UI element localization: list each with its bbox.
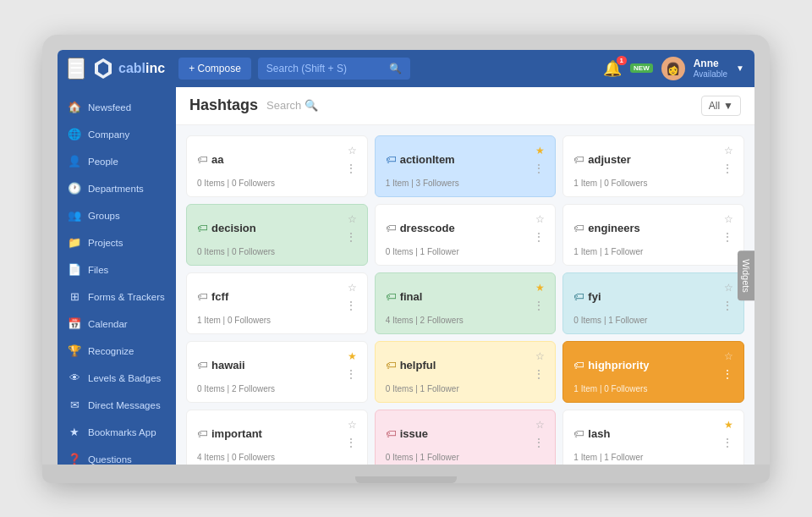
star-aa[interactable]: ☆ — [348, 145, 357, 157]
menu-lash[interactable]: ⋮ — [721, 436, 733, 449]
filter-dropdown[interactable]: All ▼ — [701, 96, 741, 116]
menu-helpful[interactable]: ⋮ — [533, 367, 545, 381]
notification-button[interactable]: 🔔 1 — [603, 59, 622, 78]
menu-actionitem[interactable]: ⋮ — [533, 162, 545, 175]
tag-icon-engineers: 🏷 — [573, 222, 584, 234]
sidebar-item-groups[interactable]: 👥 Groups — [58, 202, 176, 229]
menu-adjuster[interactable]: ⋮ — [721, 162, 733, 175]
menu-decision[interactable]: ⋮ — [345, 230, 357, 244]
tag-icon-highpriority: 🏷 — [573, 359, 584, 371]
sidebar-item-people[interactable]: 👤 People — [58, 148, 176, 175]
sidebar-label-company: Company — [88, 129, 129, 140]
sidebar-label-messages: Direct Messages — [88, 400, 161, 410]
tag-icon-hawaii: 🏷 — [197, 359, 208, 371]
tag-name-lash: lash — [588, 427, 610, 440]
tag-icon-actionitem: 🏷 — [386, 153, 397, 166]
star-issue[interactable]: ☆ — [535, 419, 545, 431]
sidebar-item-questions[interactable]: ❓ Questions — [58, 446, 176, 465]
menu-important[interactable]: ⋮ — [345, 436, 357, 449]
sidebar-item-files[interactable]: 📄 Files — [58, 256, 176, 283]
sidebar-item-messages[interactable]: ✉ Direct Messages — [58, 392, 176, 419]
card-right-important: ☆ ⋮ — [345, 419, 357, 449]
tag-name-final: final — [400, 290, 423, 303]
tag-meta-dresscode: 0 Items | 1 Follower — [386, 247, 546, 256]
recognize-icon: 🏆 — [68, 344, 81, 358]
laptop-base — [42, 465, 770, 483]
star-engineers[interactable]: ☆ — [724, 213, 733, 225]
user-menu-chevron[interactable]: ▼ — [736, 63, 744, 73]
menu-aa[interactable]: ⋮ — [345, 162, 357, 175]
menu-final[interactable]: ⋮ — [533, 299, 545, 312]
tag-meta-issue: 0 Items | 1 Follower — [386, 453, 546, 462]
sidebar-item-bookmarks[interactable]: ★ Bookmarks App — [58, 419, 176, 446]
tag-meta-engineers: 1 Item | 1 Follower — [573, 247, 733, 256]
card-right-fyi: ☆ ⋮ — [721, 282, 733, 312]
content-search[interactable]: Search 🔍 — [266, 99, 318, 112]
card-right-adjuster: ☆ ⋮ — [721, 145, 733, 175]
card-right-engineers: ☆ ⋮ — [721, 213, 733, 244]
tag-meta-fyi: 0 Items | 1 Follower — [573, 316, 733, 325]
card-right-lash: ★ ⋮ — [721, 419, 733, 449]
menu-dresscode[interactable]: ⋮ — [533, 230, 545, 244]
hashtag-card-fcff: 🏷 fcff ☆ ⋮ 1 Item | 0 Followers — [186, 272, 368, 334]
menu-issue[interactable]: ⋮ — [533, 436, 545, 449]
menu-highpriority[interactable]: ⋮ — [721, 367, 733, 381]
star-helpful[interactable]: ☆ — [535, 350, 545, 362]
tag-icon-issue: 🏷 — [386, 427, 397, 440]
hashtag-card-issue: 🏷 issue ☆ ⋮ 0 Items | 1 Follower — [375, 410, 557, 465]
laptop-screen: ☰ cablinc + Compose 🔍 🔔 1 — [58, 50, 754, 465]
star-hawaii[interactable]: ★ — [348, 350, 357, 362]
star-actionitem[interactable]: ★ — [535, 145, 545, 157]
hashtag-card-aa: 🏷 aa ☆ ⋮ 0 Items | 0 Followers — [186, 135, 368, 197]
search-bar[interactable]: 🔍 — [258, 58, 410, 80]
compose-button[interactable]: + Compose — [178, 58, 251, 80]
tag-icon-lash: 🏷 — [573, 427, 584, 440]
tag-name-hawaii: hawaii — [211, 359, 245, 371]
tag-name-dresscode: dresscode — [400, 222, 455, 234]
star-fyi[interactable]: ☆ — [724, 282, 733, 294]
tag-icon-decision: 🏷 — [197, 222, 208, 234]
user-status: Available — [694, 69, 727, 79]
sidebar-item-company[interactable]: 🌐 Company — [58, 121, 176, 148]
star-dresscode[interactable]: ☆ — [535, 213, 545, 225]
menu-engineers[interactable]: ⋮ — [721, 230, 733, 244]
sidebar: 🏠 Newsfeed 🌐 Company 👤 People 🕐 Departme… — [58, 87, 176, 465]
sidebar-item-forms[interactable]: ⊞ Forms & Trackers — [58, 283, 176, 311]
sidebar-item-departments[interactable]: 🕐 Departments — [58, 175, 176, 202]
sidebar-label-groups: Groups — [88, 211, 120, 221]
menu-fcff[interactable]: ⋮ — [345, 299, 357, 312]
messages-icon: ✉ — [68, 399, 81, 412]
search-input[interactable] — [266, 63, 384, 74]
sidebar-item-levels[interactable]: 👁 Levels & Badges — [58, 365, 176, 392]
tag-icon-fyi: 🏷 — [573, 290, 584, 303]
sidebar-item-recognize[interactable]: 🏆 Recognize — [58, 338, 176, 365]
tag-name-helpful: helpful — [400, 359, 436, 371]
filter-chevron-icon: ▼ — [723, 100, 733, 112]
filter-label: All — [709, 100, 720, 112]
sidebar-item-projects[interactable]: 📁 Projects — [58, 229, 176, 256]
star-lash[interactable]: ★ — [724, 419, 733, 431]
menu-hawaii[interactable]: ⋮ — [345, 367, 357, 381]
hashtag-card-fyi: 🏷 fyi ☆ ⋮ 0 Items | 1 Follower — [562, 272, 744, 334]
star-fcff[interactable]: ☆ — [348, 282, 357, 294]
star-important[interactable]: ☆ — [348, 419, 357, 431]
sidebar-item-calendar[interactable]: 📅 Calendar — [58, 311, 176, 338]
sidebar-item-newsfeed[interactable]: 🏠 Newsfeed — [58, 94, 176, 121]
star-decision[interactable]: ☆ — [348, 213, 357, 225]
content-search-label: Search — [266, 99, 301, 112]
tag-icon-aa: 🏷 — [197, 153, 208, 166]
star-highpriority[interactable]: ☆ — [724, 350, 733, 362]
star-final[interactable]: ★ — [535, 282, 545, 294]
tag-name-adjuster: adjuster — [588, 153, 631, 166]
main-layout: 🏠 Newsfeed 🌐 Company 👤 People 🕐 Departme… — [58, 87, 754, 465]
hamburger-button[interactable]: ☰ — [68, 58, 85, 80]
menu-fyi[interactable]: ⋮ — [721, 299, 733, 312]
widgets-tab[interactable]: Widgets — [738, 250, 754, 301]
hashtag-card-helpful: 🏷 helpful ☆ ⋮ 0 Items | 1 Follower — [375, 341, 557, 403]
tag-name-engineers: engineers — [588, 222, 639, 234]
sidebar-label-newsfeed: Newsfeed — [88, 102, 131, 113]
departments-icon: 🕐 — [68, 182, 81, 195]
card-right-dresscode: ☆ ⋮ — [533, 213, 545, 244]
star-adjuster[interactable]: ☆ — [724, 145, 733, 157]
laptop-wrapper: ☰ cablinc + Compose 🔍 🔔 1 — [0, 0, 812, 517]
